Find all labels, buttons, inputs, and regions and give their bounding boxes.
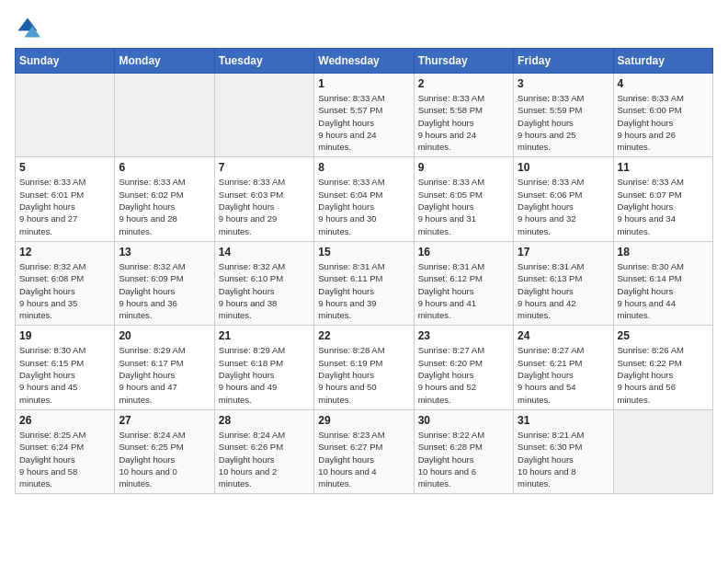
calendar-cell: 16 Sunrise: 8:31 AM Sunset: 6:12 PM Dayl…	[414, 241, 513, 325]
calendar-cell	[613, 409, 712, 493]
weekday-header-cell: Wednesday	[314, 49, 414, 74]
sunrise-label: Sunrise:	[618, 93, 650, 103]
calendar-cell: 6 Sunrise: 8:33 AM Sunset: 6:02 PM Dayli…	[115, 157, 214, 241]
day-detail: Sunrise: 8:24 AM Sunset: 6:25 PM Dayligh…	[119, 429, 210, 489]
sunset-label: Sunset:	[318, 105, 347, 115]
sunset-label: Sunset:	[518, 190, 547, 200]
daylight-label: Daylight hours	[318, 370, 374, 380]
day-number: 18	[618, 246, 709, 259]
sunset-label: Sunset:	[618, 190, 647, 200]
sunset-label: Sunset:	[418, 273, 448, 283]
calendar-week-row: 12 Sunrise: 8:32 AM Sunset: 6:08 PM Dayl…	[16, 241, 713, 325]
day-detail: Sunrise: 8:22 AM Sunset: 6:28 PM Dayligh…	[418, 429, 509, 489]
day-number: 11	[618, 161, 709, 174]
day-number: 13	[119, 246, 210, 259]
daylight-label: Daylight hours	[318, 201, 374, 212]
daylight-label: Daylight hours	[318, 454, 374, 465]
calendar-cell: 27 Sunrise: 8:24 AM Sunset: 6:25 PM Dayl…	[115, 409, 214, 493]
weekday-header: SundayMondayTuesdayWednesdayThursdayFrid…	[16, 49, 713, 74]
sunrise-label: Sunrise:	[518, 345, 550, 355]
sunrise-label: Sunrise:	[219, 430, 251, 440]
day-detail: Sunrise: 8:32 AM Sunset: 6:10 PM Dayligh…	[219, 260, 310, 321]
day-number: 22	[318, 329, 409, 342]
day-detail: Sunrise: 8:24 AM Sunset: 6:26 PM Dayligh…	[219, 429, 310, 489]
calendar-cell: 4 Sunrise: 8:33 AM Sunset: 6:00 PM Dayli…	[613, 74, 712, 157]
day-detail: Sunrise: 8:30 AM Sunset: 6:15 PM Dayligh…	[19, 344, 110, 405]
sunrise-label: Sunrise:	[119, 430, 151, 440]
day-detail: Sunrise: 8:32 AM Sunset: 6:09 PM Dayligh…	[119, 260, 210, 321]
day-number: 8	[318, 161, 409, 174]
calendar-cell: 13 Sunrise: 8:32 AM Sunset: 6:09 PM Dayl…	[115, 241, 214, 325]
sunset-label: Sunset:	[119, 190, 148, 200]
sunrise-label: Sunrise:	[418, 177, 450, 187]
calendar-cell: 14 Sunrise: 8:32 AM Sunset: 6:10 PM Dayl…	[214, 241, 313, 325]
calendar-cell: 8 Sunrise: 8:33 AM Sunset: 6:04 PM Dayli…	[314, 157, 414, 241]
sunset-label: Sunset:	[518, 273, 547, 283]
sunset-label: Sunset:	[119, 442, 148, 452]
day-number: 1	[318, 77, 409, 90]
daylight-label: Daylight hours	[119, 454, 175, 465]
day-detail: Sunrise: 8:31 AM Sunset: 6:11 PM Dayligh…	[318, 260, 409, 321]
sunrise-label: Sunrise:	[418, 345, 450, 355]
calendar-week-row: 19 Sunrise: 8:30 AM Sunset: 6:15 PM Dayl…	[16, 326, 713, 409]
daylight-label: Daylight hours	[219, 370, 275, 380]
day-detail: Sunrise: 8:28 AM Sunset: 6:19 PM Dayligh…	[318, 344, 409, 405]
calendar-cell: 30 Sunrise: 8:22 AM Sunset: 6:28 PM Dayl…	[414, 409, 513, 493]
sunset-label: Sunset:	[618, 273, 647, 283]
sunrise-label: Sunrise:	[318, 261, 350, 271]
daylight-label: Daylight hours	[418, 454, 474, 465]
calendar-week-row: 1 Sunrise: 8:33 AM Sunset: 5:57 PM Dayli…	[16, 74, 713, 157]
sunset-label: Sunset:	[19, 273, 49, 283]
day-detail: Sunrise: 8:30 AM Sunset: 6:14 PM Dayligh…	[618, 260, 709, 321]
sunrise-label: Sunrise:	[19, 261, 51, 271]
daylight-label: Daylight hours	[119, 370, 175, 380]
sunrise-label: Sunrise:	[418, 430, 450, 440]
calendar-cell: 25 Sunrise: 8:26 AM Sunset: 6:22 PM Dayl…	[613, 326, 712, 409]
sunset-label: Sunset:	[518, 105, 547, 115]
calendar-cell: 12 Sunrise: 8:32 AM Sunset: 6:08 PM Dayl…	[16, 241, 115, 325]
day-detail: Sunrise: 8:29 AM Sunset: 6:18 PM Dayligh…	[219, 344, 310, 405]
day-number: 16	[418, 246, 509, 259]
calendar-cell: 17 Sunrise: 8:31 AM Sunset: 6:13 PM Dayl…	[514, 241, 613, 325]
sunset-label: Sunset:	[518, 442, 547, 452]
sunrise-label: Sunrise:	[119, 261, 151, 271]
daylight-label: Daylight hours	[618, 118, 674, 128]
day-detail: Sunrise: 8:33 AM Sunset: 5:58 PM Dayligh…	[418, 92, 509, 153]
calendar-cell: 11 Sunrise: 8:33 AM Sunset: 6:07 PM Dayl…	[613, 157, 712, 241]
calendar-table: SundayMondayTuesdayWednesdayThursdayFrid…	[15, 48, 713, 494]
sunrise-label: Sunrise:	[318, 345, 350, 355]
day-number: 26	[19, 414, 110, 427]
daylight-label: Daylight hours	[418, 201, 474, 212]
calendar-cell: 15 Sunrise: 8:31 AM Sunset: 6:11 PM Dayl…	[314, 241, 414, 325]
sunrise-label: Sunrise:	[518, 261, 550, 271]
day-detail: Sunrise: 8:33 AM Sunset: 5:57 PM Dayligh…	[318, 92, 409, 153]
sunrise-label: Sunrise:	[518, 430, 550, 440]
sunrise-label: Sunrise:	[119, 345, 151, 355]
day-number: 7	[219, 161, 310, 174]
day-number: 20	[119, 329, 210, 342]
daylight-label: Daylight hours	[418, 118, 474, 128]
calendar-cell: 21 Sunrise: 8:29 AM Sunset: 6:18 PM Dayl…	[214, 326, 313, 409]
day-number: 4	[618, 77, 709, 90]
daylight-label: Daylight hours	[219, 286, 275, 296]
daylight-label: Daylight hours	[518, 201, 574, 212]
calendar-cell: 3 Sunrise: 8:33 AM Sunset: 5:59 PM Dayli…	[514, 74, 613, 157]
sunset-label: Sunset:	[418, 358, 448, 368]
calendar-cell: 29 Sunrise: 8:23 AM Sunset: 6:27 PM Dayl…	[314, 409, 414, 493]
calendar-cell: 9 Sunrise: 8:33 AM Sunset: 6:05 PM Dayli…	[414, 157, 513, 241]
daylight-label: Daylight hours	[618, 286, 674, 296]
sunset-label: Sunset:	[618, 105, 647, 115]
sunrise-label: Sunrise:	[318, 177, 350, 187]
sunrise-label: Sunrise:	[219, 177, 251, 187]
sunset-label: Sunset:	[119, 358, 148, 368]
daylight-label: Daylight hours	[418, 286, 474, 296]
sunrise-label: Sunrise:	[318, 430, 350, 440]
sunset-label: Sunset:	[19, 442, 49, 452]
day-detail: Sunrise: 8:23 AM Sunset: 6:27 PM Dayligh…	[318, 429, 409, 489]
day-detail: Sunrise: 8:33 AM Sunset: 6:03 PM Dayligh…	[219, 176, 310, 236]
daylight-label: Daylight hours	[518, 118, 574, 128]
day-number: 12	[19, 246, 110, 259]
sunset-label: Sunset:	[418, 442, 448, 452]
calendar-week-row: 26 Sunrise: 8:25 AM Sunset: 6:24 PM Dayl…	[16, 409, 713, 493]
logo-icon	[15, 15, 40, 40]
